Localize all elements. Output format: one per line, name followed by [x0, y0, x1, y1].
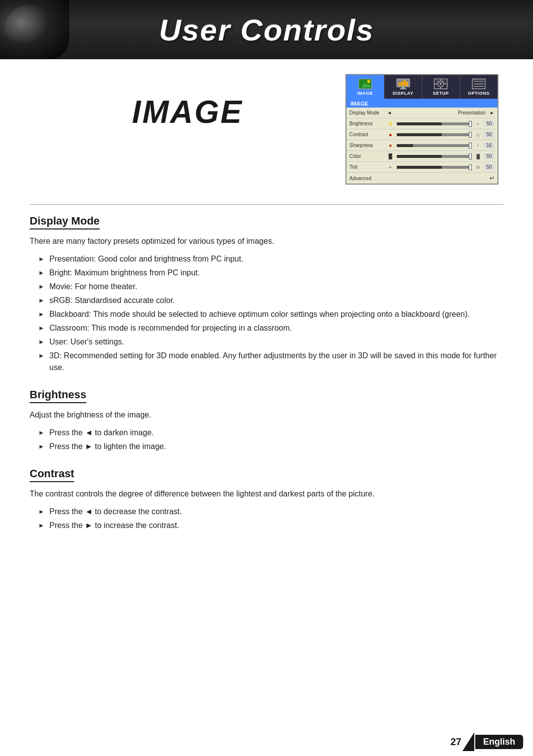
list-item: Presentation: Good color and brightness …	[39, 253, 503, 265]
svg-point-12	[440, 83, 442, 85]
list-item: sRGB: Standardised accurate color.	[39, 295, 503, 306]
content-divider	[30, 204, 503, 205]
svg-rect-23	[473, 79, 485, 81]
page-footer: 27 English	[0, 727, 533, 756]
osd-tab-display[interactable]: DISPLAY	[384, 75, 422, 99]
list-item: 3D: Recommended setting for 3D mode enab…	[39, 350, 503, 374]
osd-icon-color-right: ▐▌	[475, 153, 482, 160]
list-item: Blackboard: This mode should be selected…	[39, 308, 503, 320]
osd-arrow-right-displaymode: ►	[490, 110, 495, 115]
osd-tabs: IMAGE	[346, 75, 497, 100]
osd-label-tint: Tint	[349, 164, 385, 170]
page-number: 27	[451, 736, 461, 748]
svg-rect-8	[404, 80, 406, 86]
list-item: Bright: Maximum brightness from PC input…	[39, 267, 503, 279]
contrast-heading: Contrast	[30, 467, 74, 482]
osd-row-sharpness: Sharpness ■ ▪ 16	[346, 140, 497, 151]
display-tab-icon	[395, 78, 411, 90]
image-heading: IMAGE	[132, 94, 243, 130]
osd-box: IMAGE	[345, 74, 498, 185]
svg-rect-9	[406, 82, 408, 86]
osd-tab-display-label: DISPLAY	[393, 91, 414, 96]
page-title: User Controls	[159, 12, 374, 47]
osd-label-brightness: Brightness	[349, 121, 385, 126]
osd-tab-options[interactable]: OPTIONS	[460, 75, 497, 99]
osd-icon-tint-right: ✿	[475, 164, 482, 171]
display-mode-intro: There are many factory presets optimized…	[30, 235, 503, 247]
image-heading-area: IMAGE	[30, 74, 345, 130]
list-item: Movie: For home theater.	[39, 281, 503, 293]
options-tab-icon	[471, 78, 487, 90]
section-brightness: Brightness Adjust the brightness of the …	[30, 388, 503, 453]
page-language: English	[475, 735, 523, 749]
star-icon: ★	[387, 120, 394, 127]
osd-section-header: IMAGE	[346, 100, 497, 108]
osd-enter-icon: ↵	[490, 175, 495, 182]
display-mode-bullets: Presentation: Good color and brightness …	[39, 253, 503, 374]
osd-row-color: Color ▐▌ ▐▌ 50	[346, 151, 497, 162]
svg-rect-7	[401, 81, 403, 86]
osd-row-advanced: Advanced ↵	[346, 173, 497, 184]
osd-label-color: Color	[349, 153, 385, 159]
contrast-intro: The contrast controls the degree of diff…	[30, 488, 503, 500]
osd-slider-color	[397, 155, 472, 158]
display-mode-heading: Display Mode	[30, 215, 100, 229]
brightness-intro: Adjust the brightness of the image.	[30, 409, 503, 421]
setup-tab-icon	[433, 78, 449, 90]
osd-value-brightness: 50	[484, 120, 495, 127]
osd-value-tint: 50	[484, 164, 495, 170]
osd-arrow-left-displaymode: ◄	[387, 110, 392, 115]
osd-slider-contrast	[397, 133, 472, 136]
osd-value-contrast: 50	[484, 131, 495, 138]
osd-value-displaymode: Presentation	[394, 110, 488, 115]
list-item: User: User's settings.	[39, 336, 503, 348]
section-contrast: Contrast The contrast controls the degre…	[30, 467, 503, 531]
osd-slider-sharpness	[397, 144, 472, 147]
list-item: Classroom: This mode is recommended for …	[39, 322, 503, 334]
bar-icon: ▐▌	[387, 153, 394, 160]
osd-slider-brightness	[397, 122, 472, 125]
osd-label-displaymode: Display Mode	[349, 110, 385, 115]
section-display-mode: Display Mode There are many factory pres…	[30, 215, 503, 374]
page-header: User Controls	[0, 0, 533, 59]
brightness-heading: Brightness	[30, 388, 86, 403]
osd-value-color: 50	[484, 153, 495, 159]
square-icon: ■	[387, 142, 394, 149]
osd-row-displaymode: Display Mode ◄ Presentation ►	[346, 108, 497, 118]
osd-area: IMAGE	[345, 74, 503, 185]
osd-content: IMAGE Display Mode ◄ Presentation ► Brig…	[346, 100, 497, 184]
osd-icon-brightness-right: ✦	[475, 120, 482, 127]
svg-point-2	[367, 80, 370, 83]
main-content: IMAGE	[0, 59, 533, 576]
osd-tab-image-label: IMAGE	[357, 91, 373, 96]
osd-slider-tint	[397, 166, 472, 169]
osd-tab-setup[interactable]: SETUP	[422, 75, 460, 99]
svg-rect-5	[400, 88, 407, 89]
osd-tab-image[interactable]: IMAGE	[346, 75, 384, 99]
contrast-bullets: Press the ◄ to decrease the contrast. Pr…	[39, 506, 503, 531]
svg-rect-6	[399, 83, 401, 86]
osd-row-brightness: Brightness ★ ✦ 50	[346, 118, 497, 129]
osd-label-sharpness: Sharpness	[349, 143, 385, 148]
svg-rect-4	[402, 87, 405, 88]
list-item: Press the ◄ to darken image.	[39, 427, 503, 439]
osd-value-sharpness: 16	[484, 142, 495, 149]
osd-tab-setup-label: SETUP	[433, 91, 449, 96]
page-slash-divider	[462, 732, 474, 751]
brightness-bullets: Press the ◄ to darken image. Press the ►…	[39, 427, 503, 453]
osd-label-advanced: Advanced	[349, 176, 385, 181]
osd-tab-options-label: OPTIONS	[468, 91, 490, 96]
leaf-icon: ❧	[387, 164, 394, 171]
top-section: IMAGE	[30, 74, 503, 185]
list-item: Press the ◄ to decrease the contrast.	[39, 506, 503, 518]
page-number-area: 27 English	[451, 732, 523, 751]
osd-row-contrast: Contrast ● ◎ 50	[346, 129, 497, 140]
osd-label-contrast: Contrast	[349, 132, 385, 137]
osd-icon-sharpness-right: ▪	[475, 142, 482, 149]
list-item: Press the ► to lighten the image.	[39, 441, 503, 453]
list-item: Press the ► to increase the contrast.	[39, 520, 503, 531]
circle-icon: ●	[387, 131, 394, 138]
image-tab-icon	[357, 78, 373, 90]
osd-icon-contrast-right: ◎	[475, 131, 482, 138]
osd-row-tint: Tint ❧ ✿ 50	[346, 162, 497, 173]
